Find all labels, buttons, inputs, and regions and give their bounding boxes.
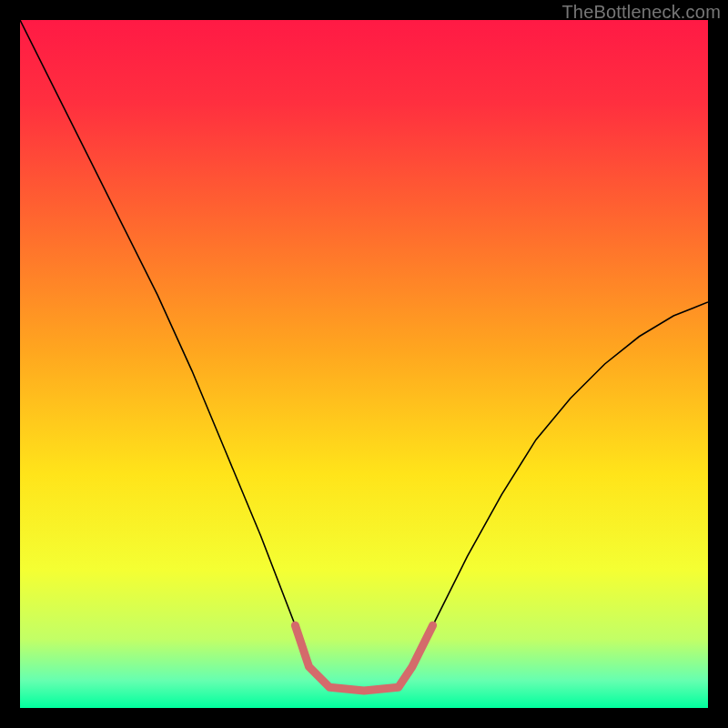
chart-frame: TheBottleneck.com — [0, 0, 728, 728]
bottleneck-chart — [20, 20, 708, 708]
